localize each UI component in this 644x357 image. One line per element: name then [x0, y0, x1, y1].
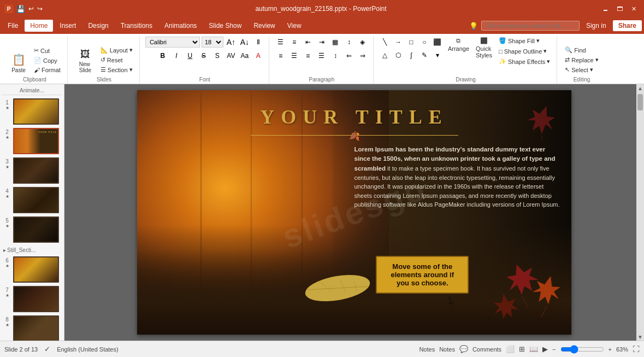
scroll-up-btn[interactable]: ▲ [636, 84, 644, 92]
menu-slideshow[interactable]: Slide Show [203, 20, 247, 32]
indent-decrease-btn[interactable]: ⇤ [302, 36, 314, 48]
underline-button[interactable]: U [184, 50, 196, 62]
curve-shape-btn[interactable]: ∫ [405, 49, 417, 61]
section-button[interactable]: ☰ Section ▾ [98, 65, 135, 74]
text-direction-btn[interactable]: ↕ [343, 36, 355, 48]
rtl-btn[interactable]: ⇐ [343, 50, 355, 62]
numbering-btn[interactable]: ≡ [288, 36, 300, 48]
slide-title[interactable]: YOUR TITLE [245, 106, 464, 128]
slide-3-thumbnail[interactable] [13, 157, 59, 184]
bullets-btn[interactable]: ☰ [275, 36, 287, 48]
share-button[interactable]: Share [613, 20, 642, 31]
char-spacing-btn[interactable]: AV [225, 50, 237, 62]
scroll-thumb[interactable] [637, 94, 643, 110]
comments-label[interactable]: Comments [472, 346, 501, 353]
strikethrough-button[interactable]: S [198, 50, 210, 62]
menu-review[interactable]: Review [248, 20, 280, 32]
menu-insert[interactable]: Insert [54, 20, 81, 32]
font-size-select[interactable]: 18 [202, 37, 223, 48]
notes-label[interactable]: Notes [439, 346, 455, 353]
convert-smartart-btn[interactable]: ◈ [357, 36, 369, 48]
slideshow-btn[interactable]: ▶ [542, 345, 548, 353]
slide-item-8[interactable]: 8 ★ [2, 314, 62, 341]
slide-7-thumbnail[interactable] [13, 286, 59, 312]
cut-button[interactable]: ✂ Cut [32, 46, 63, 55]
align-left-btn[interactable]: ≡ [275, 50, 287, 62]
shapes-expand-btn[interactable]: ▾ [432, 49, 444, 61]
copy-button[interactable]: 📄 Copy [32, 56, 63, 65]
search-input[interactable] [481, 21, 580, 31]
line-shape-btn[interactable]: ╲ [379, 36, 391, 48]
scroll-right[interactable]: ▲ ▼ [636, 84, 644, 341]
rect-shape-btn[interactable]: □ [405, 36, 417, 48]
menu-file[interactable]: File [2, 20, 23, 32]
quick-access-save[interactable]: 💾 [16, 5, 25, 13]
menu-home[interactable]: Home [25, 20, 53, 32]
slide-item-3[interactable]: 3 ★ [2, 156, 62, 185]
format-painter-button[interactable]: 🖌 Format [32, 66, 63, 74]
oval-shape-btn[interactable]: ○ [418, 36, 430, 48]
paste-button[interactable]: 📋 Paste [7, 52, 31, 74]
close-button[interactable]: ✕ [628, 3, 640, 15]
slide-5-thumbnail[interactable] [13, 216, 59, 243]
menu-transitions[interactable]: Transitions [115, 20, 158, 32]
slide-body-text[interactable]: Lorem Ipsum has been the industry's stan… [355, 145, 562, 209]
pentagon-shape-btn[interactable]: ⬡ [392, 49, 404, 61]
slides-panel[interactable]: Animate... 1 ★ 2 ★ YOUR TITLE [0, 84, 64, 341]
reading-view-btn[interactable]: 📖 [529, 345, 538, 353]
callout-box[interactable]: Move some of the elements around if you … [376, 256, 469, 294]
font-case-btn[interactable]: Aa [239, 50, 251, 62]
more-shapes-btn[interactable]: ⬛ [432, 36, 444, 48]
scroll-down-btn[interactable]: ▼ [636, 333, 644, 341]
shadow-button[interactable]: S [211, 50, 223, 62]
shape-outline-button[interactable]: □ Shape Outline ▾ [497, 46, 552, 56]
maximize-button[interactable]: 🗖 [613, 3, 625, 15]
quick-access-undo[interactable]: ↩ [28, 5, 34, 13]
zoom-in-btn[interactable]: + [608, 346, 612, 353]
sign-in-button[interactable]: Sign in [581, 20, 612, 31]
zoom-slider[interactable] [560, 345, 604, 354]
freeform-shape-btn[interactable]: ✎ [418, 49, 430, 61]
slide-item-6[interactable]: 6 ★ [2, 255, 62, 284]
find-button[interactable]: 🔍 Find [563, 45, 600, 55]
slide-4-thumbnail[interactable] [13, 187, 59, 213]
shape-fill-button[interactable]: 🪣 Shape Fill ▾ [497, 36, 552, 45]
quick-styles-button[interactable]: ⬛ QuickStyles [474, 36, 494, 60]
clear-format-btn[interactable]: Ⅱ [252, 36, 264, 48]
align-right-btn[interactable]: ≡ [302, 50, 314, 62]
slide-item-7[interactable]: 7 ★ [2, 285, 62, 313]
slide-6-thumbnail[interactable] [13, 256, 59, 283]
menu-design[interactable]: Design [82, 20, 114, 32]
zoom-out-btn[interactable]: − [552, 346, 556, 353]
italic-button[interactable]: I [170, 50, 182, 62]
bold-button[interactable]: B [157, 50, 169, 62]
minimize-button[interactable]: 🗕 [599, 3, 611, 15]
font-grow-btn[interactable]: A↑ [225, 36, 237, 48]
replace-button[interactable]: ⇄ Replace ▾ [563, 55, 600, 65]
quick-access-redo[interactable]: ↪ [37, 5, 43, 13]
shape-effects-button[interactable]: ✨ Shape Effects ▾ [497, 57, 552, 66]
slide-8-thumbnail[interactable] [13, 315, 59, 341]
ltr-btn[interactable]: ⇒ [357, 50, 369, 62]
menu-view[interactable]: View [282, 20, 307, 32]
font-color-btn[interactable]: A [252, 50, 264, 62]
slide-item-1[interactable]: 1 ★ [2, 97, 62, 126]
select-button[interactable]: ↖ Select ▾ [563, 65, 600, 74]
arrange-button[interactable]: ⧉ Arrange [446, 36, 471, 53]
line-spacing-btn[interactable]: ↕ [329, 50, 341, 62]
indent-increase-btn[interactable]: ⇥ [316, 36, 328, 48]
menu-animations[interactable]: Animations [159, 20, 202, 32]
font-family-select[interactable]: Calibri [145, 37, 200, 48]
slide-2-thumbnail[interactable]: YOUR TITLE [13, 128, 59, 154]
fit-to-window-btn[interactable]: ⛶ [633, 345, 640, 353]
font-shrink-btn[interactable]: A↓ [239, 36, 251, 48]
notes-button[interactable]: Notes [419, 346, 435, 353]
new-slide-button[interactable]: 🖼 NewSlide [73, 48, 97, 74]
columns-btn[interactable]: ▦ [329, 36, 341, 48]
normal-view-btn[interactable]: ⬜ [506, 345, 515, 353]
slide-item-2[interactable]: 2 ★ YOUR TITLE [2, 127, 62, 155]
layout-button[interactable]: 📐 Layout ▾ [98, 45, 135, 55]
reset-button[interactable]: ↺ Reset [98, 55, 135, 65]
slide-item-4[interactable]: 4 ★ [2, 186, 62, 214]
align-center-btn[interactable]: ☰ [288, 50, 300, 62]
